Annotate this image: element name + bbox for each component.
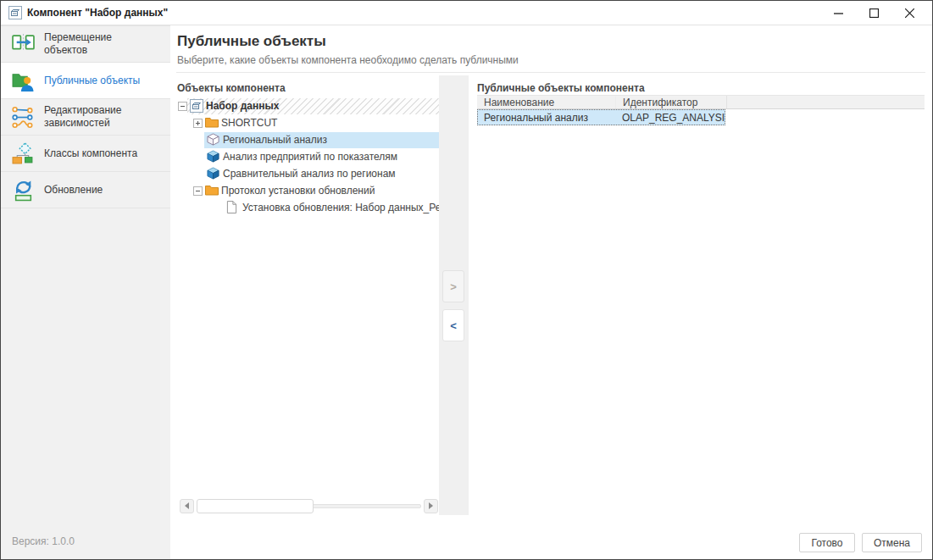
component-objects-caption: Объекты компонента [177,82,286,94]
collapse-expander-icon[interactable] [178,102,187,111]
tree-node-update-installation[interactable]: Установка обновления: Набор данных_Регио… [174,199,439,216]
transfer-strip: > < [439,75,469,515]
sidebar-item-component-classes[interactable]: Классы компонента [1,136,170,172]
cube-outline-icon [207,133,220,147]
public-objects-caption: Публичные объекты компонента [477,82,645,94]
move-objects-icon [12,33,35,56]
component-classes-icon [12,142,35,165]
window-title: Компонент "Набор данных" [27,1,168,25]
title-bar: Компонент "Набор данных" [1,1,932,25]
public-objects-icon [12,69,35,92]
tree-node-enterprise-analysis[interactable]: Анализ предприятий по показателям [174,148,439,165]
sidebar: Перемещение объектов Публичные объекты [1,25,170,559]
sidebar-item-move-objects[interactable]: Перемещение объектов [1,26,170,63]
remove-from-public-button[interactable]: < [442,309,464,341]
collapse-expander-icon[interactable] [193,186,203,196]
cell-identifier: OLAP_REG_ANALYSI... [615,112,725,124]
column-header-empty [726,96,925,108]
page-subtitle: Выберите, какие объекты компонента необх… [177,54,519,66]
page-title: Публичные объекты [177,33,326,50]
tree-node-label: Анализ предприятий по показателям [223,151,397,163]
component-dialog-window: Компонент "Набор данных" [0,0,933,560]
sidebar-item-update[interactable]: Обновление [1,172,170,208]
done-button[interactable]: Готово [799,533,855,552]
move-to-public-button[interactable]: > [442,270,464,302]
header-divider [176,72,925,73]
dataset-icon [8,6,22,19]
tree-node-comparative-analysis[interactable]: Сравнительный анализ по регионам [174,165,439,182]
close-icon[interactable] [891,1,927,25]
tree-horizontal-scrollbar[interactable] [180,498,438,513]
cell-name: Региональный анализ [478,112,615,124]
cancel-button[interactable]: Отмена [862,533,922,552]
update-icon [12,179,35,202]
maximize-icon[interactable] [856,1,891,25]
public-objects-table-header: Наименование Идентификатор [477,95,925,109]
sidebar-item-label: Классы компонента [44,147,156,160]
tree-node-label: Установка обновления: Набор данных_Регио… [242,202,439,213]
version-label: Версия: 1.0.0 [12,535,75,547]
tree-node-label: Набор данных [206,100,279,112]
tree-node-root[interactable]: Набор данных [174,97,439,114]
tree-node-label: Сравнительный анализ по регионам [223,168,396,180]
folder-icon [205,116,219,130]
dependencies-icon [12,106,35,129]
tree-node-label: Региональный анализ [223,134,327,146]
component-objects-tree: Набор данных SHORTCUT [174,95,439,515]
scroll-left-arrow-icon[interactable] [180,499,194,513]
scroll-right-arrow-icon[interactable] [424,499,438,513]
sidebar-item-label: Обновление [44,184,156,197]
cube-icon [207,167,220,180]
column-header-identifier[interactable]: Идентификатор [615,97,726,108]
tree-node-regional-analysis[interactable]: Региональный анализ [174,131,439,148]
tree-node-update-protocol[interactable]: Протокол установки обновлений [174,182,439,199]
column-header-name[interactable]: Наименование [477,97,615,108]
minimize-icon[interactable] [820,1,856,25]
sidebar-item-edit-dependencies[interactable]: Редактирование зависимостей [1,99,170,136]
dataset-icon [190,99,203,113]
sidebar-item-label: Публичные объекты [44,75,156,87]
sidebar-item-label: Перемещение объектов [44,31,156,57]
scrollbar-thumb[interactable] [197,499,314,513]
window-controls [820,1,927,25]
tree-node-shortcut[interactable]: SHORTCUT [174,114,439,131]
tree-node-label: SHORTCUT [221,117,277,129]
cube-icon [207,150,220,164]
folder-icon [205,184,219,197]
tree-node-label: Протокол установки обновлений [221,185,375,197]
expand-expander-icon[interactable] [193,119,203,128]
document-icon [226,201,240,214]
sidebar-item-label: Редактирование зависимостей [44,104,156,130]
table-row[interactable]: Региональный анализ OLAP_REG_ANALYSI... [477,109,725,125]
sidebar-item-public-objects[interactable]: Публичные объекты [1,63,170,99]
